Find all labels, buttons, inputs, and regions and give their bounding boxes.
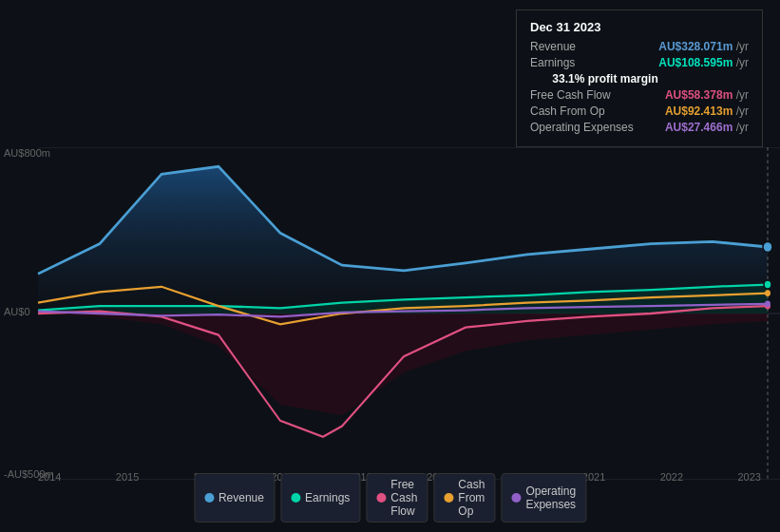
svg-point-7	[765, 290, 770, 296]
tooltip-opex-row: Operating Expenses AU$27.466m /yr	[530, 121, 749, 134]
chart-svg	[0, 147, 780, 480]
legend-earnings-dot	[291, 493, 300, 503]
tooltip-earnings-label: Earnings	[530, 56, 575, 69]
legend-revenue-label: Revenue	[219, 491, 264, 504]
legend-fcf-label: Free Cash Flow	[390, 478, 417, 518]
x-label-8: 2022	[660, 471, 683, 483]
legend-cashop-label: Cash From Op	[458, 478, 485, 518]
tooltip-cashop-row: Cash From Op AU$92.413m /yr	[530, 104, 749, 118]
legend-opex-dot	[511, 493, 521, 503]
legend-revenue[interactable]: Revenue	[194, 473, 275, 522]
tooltip-earnings-row: Earnings AU$108.595m /yr	[530, 56, 749, 69]
tooltip-revenue-row: Revenue AU$328.071m /yr	[530, 40, 749, 53]
tooltip-revenue-label: Revenue	[530, 40, 576, 53]
legend-revenue-dot	[204, 493, 214, 503]
legend-cashop-dot	[444, 493, 453, 503]
x-label-1: 2015	[116, 471, 139, 483]
tooltip-fcf-suffix: /yr	[736, 88, 749, 102]
legend-fcf-dot	[376, 493, 386, 503]
tooltip-panel: Dec 31 2023 Revenue AU$328.071m /yr Earn…	[516, 10, 763, 147]
tooltip-margin-value: 33.1%	[552, 72, 584, 86]
svg-point-4	[763, 241, 772, 252]
legend-opex[interactable]: Operating Expenses	[501, 473, 586, 522]
tooltip-fcf-row: Free Cash Flow AU$58.378m /yr	[530, 88, 749, 102]
tooltip-cashop-label: Cash From Op	[530, 104, 605, 118]
tooltip-margin-label: profit margin	[588, 72, 658, 86]
svg-point-8	[765, 300, 770, 307]
legend-earnings-label: Earnings	[305, 491, 350, 504]
tooltip-fcf-value: AU$58.378m	[665, 88, 732, 102]
legend: Revenue Earnings Free Cash Flow Cash Fro…	[194, 473, 586, 522]
tooltip-date: Dec 31 2023	[530, 20, 749, 34]
tooltip-cashop-suffix: /yr	[736, 104, 749, 118]
tooltip-opex-suffix: /yr	[736, 121, 749, 134]
x-label-9: 2023	[737, 471, 760, 483]
tooltip-earnings-suffix: /yr	[736, 56, 749, 69]
tooltip-fcf-label: Free Cash Flow	[530, 88, 611, 102]
tooltip-revenue-value: AU$328.071m	[658, 40, 732, 53]
svg-point-5	[764, 280, 771, 289]
tooltip-margin-row: 33.1% profit margin	[530, 72, 749, 86]
tooltip-revenue-suffix: /yr	[736, 40, 749, 53]
x-label-0: 2014	[38, 471, 61, 483]
legend-fcf[interactable]: Free Cash Flow	[366, 473, 428, 522]
chart-area[interactable]: AU$800m AU$0 -AU$500m	[0, 147, 780, 480]
tooltip-earnings-value: AU$108.595m	[658, 56, 732, 69]
legend-earnings[interactable]: Earnings	[280, 473, 360, 522]
legend-opex-label: Operating Expenses	[525, 484, 576, 511]
tooltip-opex-value: AU$27.466m	[665, 121, 732, 134]
tooltip-cashop-value: AU$92.413m	[665, 104, 732, 118]
legend-cashop[interactable]: Cash From Op	[433, 473, 495, 522]
tooltip-opex-label: Operating Expenses	[530, 121, 634, 134]
